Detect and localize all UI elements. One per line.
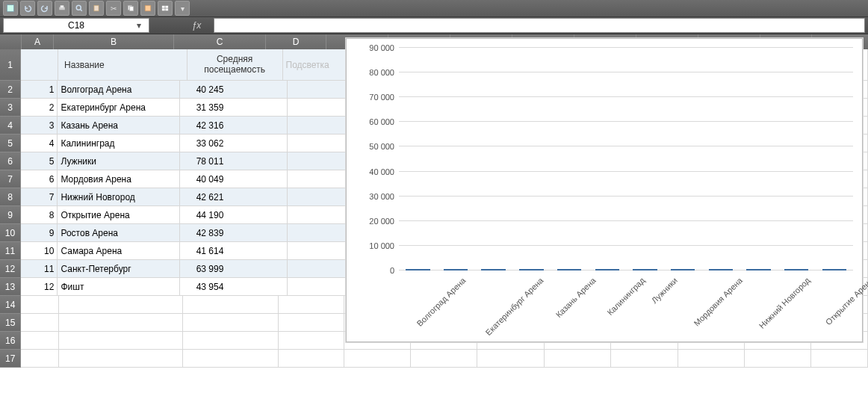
table-name-cell[interactable]: Самара Арена (58, 242, 179, 260)
table-icon[interactable] (158, 1, 173, 16)
cell[interactable] (279, 296, 344, 314)
cell[interactable] (59, 350, 183, 368)
row-header[interactable]: 4 (0, 117, 21, 134)
table-header-cell[interactable] (21, 49, 58, 81)
chart-bar[interactable] (595, 269, 619, 270)
cell[interactable] (678, 350, 745, 368)
chart-bar[interactable] (784, 269, 808, 270)
format-icon[interactable] (140, 1, 155, 16)
cell[interactable] (745, 350, 811, 368)
table-index-cell[interactable]: 1 (21, 81, 58, 99)
chevron-down-icon[interactable]: ▾ (137, 20, 147, 31)
dropdown-icon[interactable]: ▾ (175, 1, 190, 16)
chart-object[interactable]: 010 00020 00030 00040 00050 00060 00070 … (346, 38, 863, 342)
table-name-cell[interactable]: Екатеринбург Арена (58, 99, 179, 117)
cell[interactable] (279, 314, 344, 332)
table-value-cell[interactable]: 42 316 (180, 117, 288, 134)
row-header[interactable]: 16 (0, 332, 21, 350)
row-header[interactable]: 10 (0, 224, 21, 242)
table-name-cell[interactable]: Лужники (58, 152, 179, 170)
table-header-cell[interactable]: Подсветка (283, 49, 348, 81)
cell[interactable] (59, 332, 183, 350)
copy-icon[interactable] (123, 1, 138, 16)
table-index-cell[interactable]: 7 (21, 188, 58, 206)
table-index-cell[interactable]: 6 (21, 170, 58, 188)
table-index-cell[interactable]: 2 (21, 99, 58, 117)
table-index-cell[interactable]: 4 (21, 134, 58, 152)
table-name-cell[interactable]: Казань Арена (58, 117, 179, 134)
cell[interactable] (411, 350, 477, 368)
cell[interactable] (183, 296, 279, 314)
cut-icon[interactable]: ✂ (106, 1, 121, 16)
table-value-cell[interactable]: 33 062 (180, 134, 288, 152)
row-header[interactable]: 13 (0, 278, 21, 296)
col-header[interactable]: A (22, 34, 54, 49)
cell[interactable] (21, 296, 58, 314)
cell[interactable] (59, 314, 183, 332)
table-value-cell[interactable]: 40 049 (180, 170, 288, 188)
table-index-cell[interactable]: 8 (21, 206, 58, 224)
cell[interactable] (811, 350, 868, 368)
table-name-cell[interactable]: Открытие Арена (58, 206, 179, 224)
cell[interactable] (288, 242, 352, 260)
cell[interactable] (545, 350, 611, 368)
cell[interactable] (288, 260, 352, 278)
table-value-cell[interactable]: 31 359 (180, 99, 288, 117)
table-value-cell[interactable]: 40 245 (180, 81, 288, 99)
row-header[interactable]: 9 (0, 206, 21, 224)
chart-bar[interactable] (709, 269, 733, 270)
cell[interactable] (288, 152, 352, 170)
row-header[interactable]: 15 (0, 314, 21, 332)
chart-bar[interactable] (746, 269, 770, 270)
table-index-cell[interactable]: 10 (21, 242, 58, 260)
cell[interactable] (279, 350, 344, 368)
col-header[interactable]: D (266, 34, 326, 49)
redo-icon[interactable] (37, 1, 52, 16)
table-value-cell[interactable]: 42 621 (180, 188, 288, 206)
table-name-cell[interactable]: Волгоград Арена (58, 81, 179, 99)
formula-input[interactable] (214, 18, 865, 33)
cell[interactable] (21, 350, 58, 368)
table-header-cell[interactable]: Название (58, 49, 187, 81)
table-index-cell[interactable]: 11 (21, 260, 58, 278)
chart-bar[interactable] (557, 269, 581, 270)
undo-icon[interactable] (20, 1, 35, 16)
table-value-cell[interactable]: 42 839 (180, 224, 288, 242)
row-header[interactable]: 17 (0, 350, 21, 368)
table-value-cell[interactable]: 78 011 (180, 152, 288, 170)
row-header[interactable]: 5 (0, 134, 21, 152)
table-header-cell[interactable]: Средняя посещаемость (187, 49, 283, 81)
cell[interactable] (288, 117, 352, 134)
table-value-cell[interactable]: 43 954 (180, 278, 288, 296)
cell[interactable] (477, 350, 544, 368)
cell[interactable] (288, 134, 352, 152)
chart-bar[interactable] (822, 269, 846, 270)
table-name-cell[interactable]: Нижний Новгород (58, 188, 179, 206)
table-value-cell[interactable]: 63 999 (180, 260, 288, 278)
paste-icon[interactable] (89, 1, 104, 16)
cell[interactable] (288, 170, 352, 188)
cell[interactable] (288, 188, 352, 206)
row-header[interactable]: 6 (0, 152, 21, 170)
table-name-cell[interactable]: Калининград (58, 134, 179, 152)
row-header[interactable]: 8 (0, 188, 21, 206)
chart-bar[interactable] (633, 269, 657, 270)
preview-icon[interactable] (72, 1, 87, 16)
row-header[interactable]: 12 (0, 260, 21, 278)
cell[interactable] (279, 332, 344, 350)
table-value-cell[interactable]: 44 190 (180, 206, 288, 224)
cell[interactable] (21, 332, 58, 350)
cell[interactable] (288, 278, 352, 296)
table-index-cell[interactable]: 9 (21, 224, 58, 242)
row-header[interactable]: 11 (0, 242, 21, 260)
cell[interactable] (59, 296, 183, 314)
cell[interactable] (288, 99, 352, 117)
table-name-cell[interactable]: Санкт-Петербург (58, 260, 179, 278)
col-header[interactable]: C (174, 34, 266, 49)
cell[interactable] (288, 206, 352, 224)
print-icon[interactable] (55, 1, 69, 16)
cell[interactable] (183, 314, 279, 332)
chart-bar[interactable] (406, 269, 430, 270)
cell[interactable] (288, 81, 352, 99)
row-header[interactable]: 3 (0, 99, 21, 117)
